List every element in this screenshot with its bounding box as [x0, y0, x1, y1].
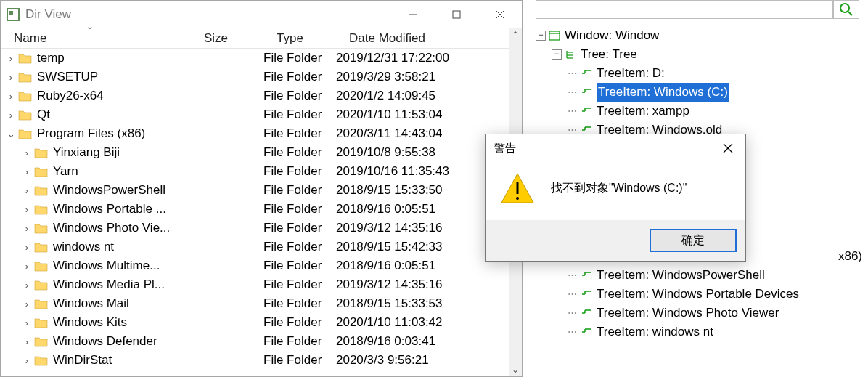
file-type: File Folder [263, 202, 336, 216]
expand-icon[interactable]: › [20, 355, 34, 366]
table-row[interactable]: ›Windows KitsFile Folder2020/1/10 11:03:… [1, 313, 522, 332]
window-title: Dir View [25, 7, 391, 22]
folder-icon [34, 222, 49, 234]
expand-icon[interactable]: › [20, 299, 34, 309]
file-name: Windows Mail [53, 296, 129, 311]
table-row[interactable]: ›Windows Media Pl...File Folder2019/3/12… [1, 275, 522, 294]
tree-connector: ⋯ [568, 323, 581, 341]
close-button[interactable] [478, 4, 522, 25]
tree-item-label: TreeItem: D: [597, 64, 665, 83]
expand-icon[interactable]: › [4, 72, 18, 83]
expand-icon[interactable]: › [20, 147, 34, 158]
folder-icon [34, 166, 49, 177]
folder-icon [18, 109, 33, 121]
maximize-button[interactable] [435, 4, 478, 25]
table-row[interactable]: ›SWSETUPFile Folder2019/3/29 3:58:21 [1, 68, 522, 86]
tree-item[interactable]: −Tree: Tree [534, 45, 868, 64]
column-type[interactable]: Type [277, 31, 349, 46]
expand-icon[interactable]: › [4, 91, 18, 102]
tree-item[interactable]: −Window: Window [534, 26, 868, 45]
titlebar: Dir View [1, 1, 522, 28]
file-type: File Folder [263, 51, 336, 65]
tree-item-label: TreeItem: xampp [597, 102, 689, 121]
expand-icon[interactable]: › [20, 242, 34, 253]
ok-button[interactable]: 确定 [650, 229, 737, 252]
scroll-down-icon[interactable]: ⌄ [509, 363, 522, 376]
tree-connector: ⋯ [568, 102, 581, 121]
tree-expander[interactable]: − [552, 49, 562, 60]
table-row[interactable]: ›tempFile Folder2019/12/31 17:22:00 [1, 49, 522, 68]
tree-item[interactable]: ⋯TreeItem: Windows Photo Viewer [534, 304, 868, 323]
tree-item[interactable]: ⋯TreeItem: Windows Portable Devices [534, 285, 868, 304]
file-type: File Folder [263, 353, 336, 368]
table-row[interactable]: ›windows ntFile Folder2018/9/15 15:42:33 [1, 238, 522, 256]
warning-dialog: 警告 找不到对象"Windows (C:)" 确定 [485, 134, 746, 262]
expand-icon[interactable]: › [20, 336, 34, 347]
table-row[interactable]: ›QtFile Folder2020/1/10 11:53:04 [1, 105, 522, 124]
table-row[interactable]: ›WindowsPowerShellFile Folder2018/9/15 1… [1, 181, 522, 200]
folder-icon [18, 52, 33, 64]
inspector-search-input[interactable] [536, 0, 833, 19]
column-name[interactable]: Name [14, 31, 204, 46]
expand-icon[interactable]: › [4, 53, 18, 64]
file-date: 2018/9/15 15:33:53 [336, 296, 522, 311]
file-type: File Folder [263, 89, 336, 103]
file-name: WindowsPowerShell [53, 183, 165, 198]
svg-rect-1 [453, 11, 460, 18]
tree-item[interactable]: ⋯TreeItem: xampp [534, 102, 868, 121]
tree-node-icon [565, 49, 576, 60]
tree-item-label: x86) [838, 247, 868, 266]
expand-icon[interactable]: › [4, 110, 18, 121]
folder-icon [34, 185, 49, 196]
search-icon[interactable] [833, 0, 859, 19]
expand-icon[interactable]: › [20, 280, 34, 291]
tree-item[interactable]: ⋯TreeItem: windows nt [534, 323, 868, 341]
tree-item[interactable]: ⋯TreeItem: WindowsPowerShell [534, 266, 868, 285]
table-row[interactable]: ›Windows Portable ...File Folder2018/9/1… [1, 200, 522, 219]
file-type: File Folder [263, 277, 336, 292]
dialog-title: 警告 [494, 142, 516, 155]
file-date: 2018/9/16 0:03:41 [336, 334, 522, 349]
tree-node-icon [581, 270, 592, 280]
table-row[interactable]: ⌄Program Files (x86)File Folder2020/3/11… [1, 124, 522, 143]
tree-item-label: Window: Window [565, 26, 659, 45]
dialog-close-button[interactable] [719, 139, 737, 157]
column-date[interactable]: Date Modified [349, 31, 522, 46]
table-row[interactable]: ›Windows Multime...File Folder2018/9/16 … [1, 256, 522, 275]
table-row[interactable]: ›Ruby26-x64File Folder2020/1/2 14:09:45 [1, 86, 522, 105]
file-type: File Folder [263, 183, 336, 198]
tree-item-label: TreeItem: Windows Photo Viewer [597, 304, 779, 323]
tree-item[interactable]: ⋯TreeItem: Windows (C:) [534, 83, 868, 102]
tree-item[interactable]: ⋯TreeItem: D: [534, 64, 868, 83]
tree-node-icon [581, 87, 592, 97]
tree-expander[interactable]: − [536, 31, 546, 41]
tree-node-icon [549, 31, 560, 41]
table-row[interactable]: ›Windows MailFile Folder2018/9/15 15:33:… [1, 294, 522, 313]
folder-icon [34, 241, 49, 253]
svg-point-40 [516, 197, 519, 200]
svg-point-4 [840, 4, 849, 12]
expand-icon[interactable]: › [20, 185, 34, 196]
column-size[interactable]: Size [204, 31, 277, 46]
table-row[interactable]: ›Windows Photo Vie...File Folder2019/3/1… [1, 219, 522, 238]
folder-icon [34, 336, 49, 347]
expand-icon[interactable]: › [20, 223, 34, 234]
tree-connector: ⋯ [568, 83, 581, 102]
expand-icon[interactable]: › [20, 204, 34, 215]
scroll-up-icon[interactable]: ⌃ [509, 28, 522, 41]
expand-icon[interactable]: › [20, 317, 34, 328]
table-row[interactable]: ›WinDirStatFile Folder2020/3/3 9:56:21 [1, 351, 522, 370]
folder-icon [18, 90, 33, 102]
folder-icon [18, 71, 33, 83]
table-row[interactable]: ›Windows DefenderFile Folder2018/9/16 0:… [1, 332, 522, 351]
table-row[interactable]: ›YarnFile Folder2019/10/16 11:35:43 [1, 162, 522, 181]
folder-icon [34, 354, 49, 366]
file-type: File Folder [263, 164, 336, 179]
expand-icon[interactable]: › [20, 166, 34, 177]
table-row[interactable]: ›Yinxiang BijiFile Folder2019/10/8 9:55:… [1, 143, 522, 162]
minimize-button[interactable] [391, 4, 435, 25]
expand-icon[interactable]: ⌄ [4, 129, 18, 139]
dialog-message: 找不到对象"Windows (C:)" [551, 181, 687, 196]
file-type: File Folder [263, 296, 336, 311]
expand-icon[interactable]: › [20, 261, 34, 272]
